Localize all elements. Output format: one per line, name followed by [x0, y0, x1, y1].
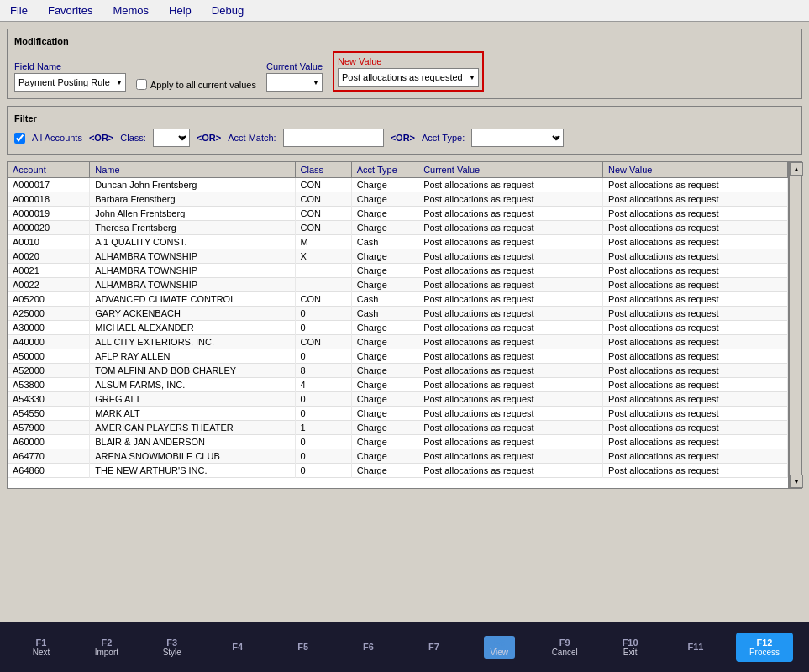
table-row[interactable]: A54330GREG ALT0ChargePost allocations as…: [8, 392, 788, 407]
scrollbar[interactable]: ▲ ▼: [789, 161, 802, 489]
fkey-name: Next: [33, 648, 50, 657]
fkey-f10[interactable]: F10 Exit: [605, 638, 655, 657]
table-row[interactable]: A0021ALHAMBRA TOWNSHIPChargePost allocat…: [8, 264, 788, 278]
modification-legend: Modification: [14, 36, 795, 46]
fkey-f6[interactable]: F6: [343, 642, 393, 652]
fkey-label: F1: [36, 638, 47, 648]
fkey-f2[interactable]: F2 Import: [81, 638, 132, 657]
table-row[interactable]: A0020ALHAMBRA TOWNSHIPXChargePost alloca…: [8, 249, 788, 264]
cell-current_value: Post allocations as request: [418, 207, 603, 221]
field-name-select-wrapper[interactable]: Payment Posting Rule: [14, 73, 126, 92]
cell-name: GARY ACKENBACH: [90, 307, 295, 321]
fkey-label: F10: [623, 638, 638, 648]
cell-account: A25000: [8, 307, 90, 321]
cell-acct_type: Charge: [351, 192, 418, 207]
current-value-select-wrapper[interactable]: [266, 73, 323, 92]
cell-name: Barbara Frenstberg: [90, 192, 295, 207]
cell-class: 0: [295, 392, 351, 407]
table-row[interactable]: A40000ALL CITY EXTERIORS, INC.CONChargeP…: [8, 335, 788, 349]
class-label: Class:: [120, 133, 146, 143]
cell-account: A05200: [8, 292, 90, 307]
table-row[interactable]: A0010A 1 QUALITY CONST.MCashPost allocat…: [8, 235, 788, 249]
table-row[interactable]: A000020Theresa FrentsbergCONChargePost a…: [8, 221, 788, 235]
menu-debug[interactable]: Debug: [208, 4, 247, 17]
table-row[interactable]: A0022ALHAMBRA TOWNSHIPChargePost allocat…: [8, 278, 788, 292]
cell-new_value: Post allocations as request: [603, 235, 788, 249]
apply-label-text: Apply to all current values: [150, 80, 256, 90]
cell-class: [295, 278, 351, 292]
fkey-f1[interactable]: F1 Next: [16, 638, 66, 657]
table-container[interactable]: Account Name Class Acct Type Current Val…: [7, 161, 789, 489]
cell-acct_type: Charge: [351, 249, 418, 264]
table-row[interactable]: A05200ADVANCED CLIMATE CONTROLCONCashPos…: [8, 292, 788, 307]
table-row[interactable]: A000017Duncan John FrentsbergCONChargePo…: [8, 178, 788, 192]
scroll-up-button[interactable]: ▲: [790, 162, 803, 176]
table-row[interactable]: A64770ARENA SNOWMOBILE CLUB0ChargePost a…: [8, 449, 788, 464]
table-row[interactable]: A64860THE NEW ARTHUR'S INC.0ChargePost a…: [8, 464, 788, 478]
table-row[interactable]: A25000GARY ACKENBACH0CashPost allocation…: [8, 307, 788, 321]
cell-current_value: Post allocations as request: [418, 335, 603, 349]
fkey-f5[interactable]: F5: [278, 642, 328, 652]
menu-favorites[interactable]: Favorites: [45, 4, 96, 17]
table-row[interactable]: A52000TOM ALFINI AND BOB CHARLEY8ChargeP…: [8, 364, 788, 378]
new-value-select[interactable]: Post allocations as requested: [338, 68, 479, 87]
apply-checkbox-label[interactable]: Apply to all current values: [136, 79, 256, 90]
cell-new_value: Post allocations as request: [603, 364, 788, 378]
col-header-class: Class: [295, 162, 351, 178]
table-row[interactable]: A50000AFLP RAY ALLEN0ChargePost allocati…: [8, 349, 788, 364]
scroll-track: [790, 176, 801, 475]
menu-memos[interactable]: Memos: [109, 4, 152, 17]
cell-account: A52000: [8, 364, 90, 378]
new-value-select-wrapper[interactable]: Post allocations as requested: [338, 68, 479, 87]
fkey-f4[interactable]: F4: [213, 642, 263, 652]
table-row[interactable]: A000019John Allen FrentsbergCONChargePos…: [8, 207, 788, 221]
fkey-f7[interactable]: F7: [408, 642, 459, 652]
cell-acct_type: Cash: [351, 235, 418, 249]
fkey-f3[interactable]: F3 Style: [147, 638, 197, 657]
current-value-select[interactable]: [266, 73, 323, 92]
cell-class: 0: [295, 435, 351, 449]
cell-new_value: Post allocations as request: [603, 449, 788, 464]
fkey-f8[interactable]: F8 View: [474, 636, 524, 659]
menu-help[interactable]: Help: [165, 4, 195, 17]
table-row[interactable]: A60000BLAIR & JAN ANDERSON0ChargePost al…: [8, 435, 788, 449]
acct-type-select-wrapper[interactable]: [471, 129, 564, 147]
cell-acct_type: Charge: [351, 407, 418, 421]
menu-file[interactable]: File: [7, 4, 31, 17]
cell-name: AFLP RAY ALLEN: [90, 349, 295, 364]
fkey-label: F8: [494, 638, 505, 648]
new-value-label: New Value: [338, 56, 479, 66]
table-row[interactable]: A57900AMERICAN PLAYERS THEATER1ChargePos…: [8, 421, 788, 435]
fkey-label: F12: [757, 638, 773, 648]
fkey-label: F5: [297, 642, 308, 652]
class-select[interactable]: [153, 129, 190, 147]
fkey-f11[interactable]: F11: [670, 642, 721, 652]
cell-new_value: Post allocations as request: [603, 307, 788, 321]
class-select-wrapper[interactable]: [153, 129, 190, 147]
table-row[interactable]: A000018Barbara FrenstbergCONChargePost a…: [8, 192, 788, 207]
acct-type-select[interactable]: [471, 129, 564, 147]
fkey-f9[interactable]: F9 Cancel: [539, 638, 590, 657]
col-header-account: Account: [8, 162, 90, 178]
apply-group: Apply to all current values: [136, 79, 256, 92]
cell-name: MARK ALT: [90, 407, 295, 421]
scroll-down-button[interactable]: ▼: [790, 475, 803, 488]
filter-box: Filter All Accounts <OR> Class: <OR> Acc…: [7, 106, 802, 155]
table-row[interactable]: A54550MARK ALT0ChargePost allocations as…: [8, 407, 788, 421]
fkey-f12[interactable]: F12 Process: [736, 633, 793, 662]
cell-class: CON: [295, 192, 351, 207]
all-accounts-checkbox[interactable]: [14, 133, 25, 144]
apply-checkbox[interactable]: [136, 79, 147, 90]
cell-acct_type: Charge: [351, 264, 418, 278]
cell-account: A40000: [8, 335, 90, 349]
fkey-name: Exit: [623, 648, 638, 657]
field-name-select[interactable]: Payment Posting Rule: [14, 73, 126, 92]
cell-acct_type: Charge: [351, 392, 418, 407]
table-row[interactable]: A53800ALSUM FARMS, INC.4ChargePost alloc…: [8, 378, 788, 392]
current-value-group: Current Value: [266, 61, 323, 92]
cell-account: A60000: [8, 435, 90, 449]
table-row[interactable]: A30000MICHAEL ALEXANDER0ChargePost alloc…: [8, 321, 788, 335]
cell-current_value: Post allocations as request: [418, 349, 603, 364]
cell-new_value: Post allocations as request: [603, 392, 788, 407]
acct-match-input[interactable]: [283, 129, 384, 147]
